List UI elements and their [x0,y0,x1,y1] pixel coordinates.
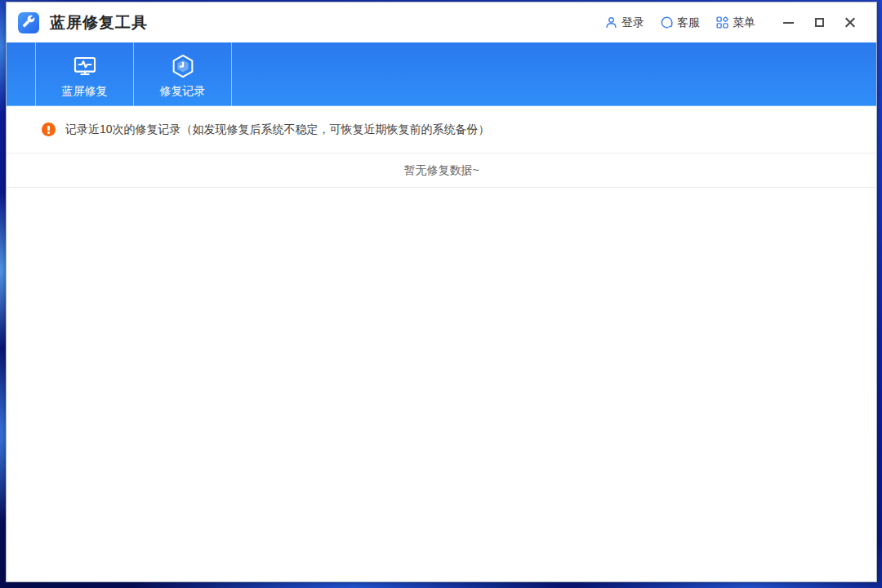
grid-menu-icon [716,16,728,29]
customer-service-label: 客服 [677,16,700,30]
records-notice-text: 记录近10次的修复记录（如发现修复后系统不稳定，可恢复近期恢复前的系统备份） [65,122,490,137]
close-button[interactable] [844,16,857,29]
headset-icon [661,16,673,29]
tab-bluescreen-repair[interactable]: 蓝屏修复 [36,42,134,106]
menu-label: 菜单 [733,16,755,30]
close-icon [844,16,857,29]
tab-repair-records[interactable]: 修复记录 [134,42,232,106]
tabbar-gutter [7,42,36,106]
maximize-icon [815,18,824,27]
monitor-pulse-icon [71,52,99,80]
customer-service-button[interactable]: 客服 [661,16,700,30]
login-label: 登录 [621,16,644,30]
menu-button[interactable]: 菜单 [716,16,755,30]
records-notice-row: 记录近10次的修复记录（如发现修复后系统不稳定，可恢复近期恢复前的系统备份） [7,106,876,154]
minimize-icon [783,22,794,24]
warning-icon [42,122,56,136]
app-window: 蓝屏修复工具 登录 [6,2,877,582]
tab-label-repair-records: 修复记录 [160,84,206,99]
user-icon [605,16,617,29]
hexagon-clock-icon [170,52,196,80]
tab-bar: 蓝屏修复 修复记录 [7,42,876,106]
titlebar: 蓝屏修复工具 登录 [7,2,876,42]
desktop-background: 蓝屏修复工具 登录 [0,0,882,588]
minimize-button[interactable] [782,16,795,29]
page-title: 蓝屏修复工具 [50,12,148,33]
empty-state-text: 暂无修复数据~ [403,163,479,178]
wrench-icon [22,15,35,31]
window-controls [782,16,857,29]
login-button[interactable]: 登录 [605,16,644,30]
titlebar-actions: 登录 客服 [605,16,755,30]
tab-label-bluescreen-repair: 蓝屏修复 [62,84,108,99]
app-logo [18,12,39,33]
empty-state-row: 暂无修复数据~ [7,154,876,188]
maximize-button[interactable] [813,16,826,29]
